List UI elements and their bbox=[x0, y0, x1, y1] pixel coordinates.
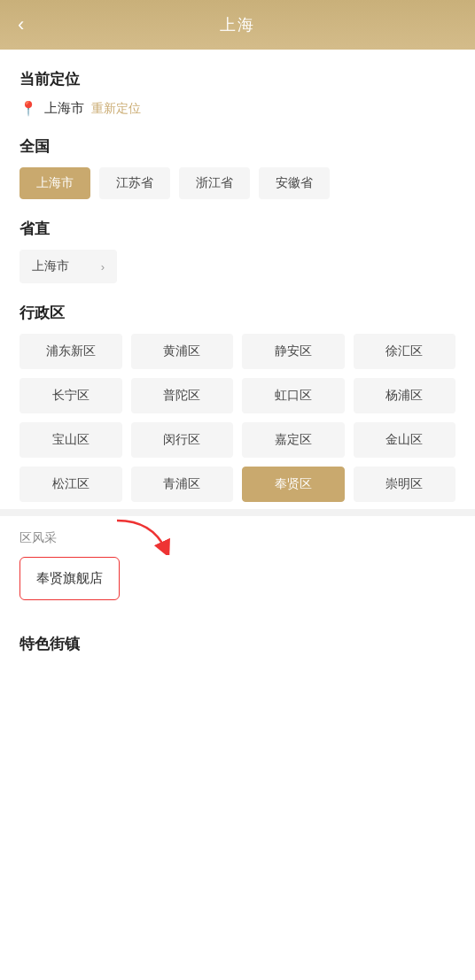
special-street-title: 特色街镇 bbox=[19, 634, 456, 654]
district-putuo[interactable]: 普陀区 bbox=[131, 378, 234, 413]
area-style-label: 区风采 bbox=[19, 530, 456, 546]
district-title: 行政区 bbox=[19, 303, 456, 323]
district-pudong[interactable]: 浦东新区 bbox=[19, 334, 122, 369]
district-minhang[interactable]: 闵行区 bbox=[131, 422, 234, 458]
district-changning[interactable]: 长宁区 bbox=[19, 378, 122, 413]
flagship-store-label: 奉贤旗舰店 bbox=[36, 570, 103, 585]
flagship-wrapper: 奉贤旗舰店 bbox=[19, 557, 120, 600]
chevron-right-icon: › bbox=[101, 260, 105, 274]
national-tag-jiangsu[interactable]: 江苏省 bbox=[99, 167, 170, 199]
district-yangpu[interactable]: 杨浦区 bbox=[354, 378, 456, 413]
location-city: 上海市 bbox=[44, 100, 84, 117]
national-tag-shanghai[interactable]: 上海市 bbox=[19, 167, 90, 199]
district-chongming[interactable]: 崇明区 bbox=[354, 467, 456, 502]
district-fengxian[interactable]: 奉贤区 bbox=[242, 467, 345, 502]
province-direct-label: 上海市 bbox=[32, 259, 69, 274]
district-xuhui[interactable]: 徐汇区 bbox=[354, 334, 456, 369]
district-jinshan[interactable]: 金山区 bbox=[354, 422, 456, 458]
location-row: 📍 上海市 重新定位 bbox=[19, 100, 456, 117]
current-location-title: 当前定位 bbox=[19, 69, 456, 89]
district-hongkou[interactable]: 虹口区 bbox=[242, 378, 345, 413]
area-style-section: 区风采 奉贤旗舰店 bbox=[0, 509, 475, 600]
header-title: 上海 bbox=[220, 14, 255, 35]
header: ‹ 上海 bbox=[0, 0, 475, 50]
district-jingan[interactable]: 静安区 bbox=[242, 334, 345, 369]
province-direct-item[interactable]: 上海市 › bbox=[19, 250, 117, 283]
location-icon: 📍 bbox=[19, 100, 37, 117]
district-qingpu[interactable]: 青浦区 bbox=[131, 467, 234, 502]
relocate-button[interactable]: 重新定位 bbox=[91, 101, 141, 117]
national-title: 全国 bbox=[19, 136, 456, 157]
flagship-store-card[interactable]: 奉贤旗舰店 bbox=[19, 557, 120, 600]
national-tag-anhui[interactable]: 安徽省 bbox=[259, 167, 330, 199]
national-tag-zhejiang[interactable]: 浙江省 bbox=[179, 167, 250, 199]
national-tags: 上海市 江苏省 浙江省 安徽省 bbox=[19, 167, 456, 199]
red-arrow-icon bbox=[108, 516, 179, 555]
district-grid: 浦东新区 黄浦区 静安区 徐汇区 长宁区 普陀区 虹口区 杨浦区 宝山区 闵行区… bbox=[19, 334, 456, 502]
district-baoshan[interactable]: 宝山区 bbox=[19, 422, 122, 458]
main-content: 当前定位 📍 上海市 重新定位 全国 上海市 江苏省 浙江省 安徽省 省直 上海… bbox=[0, 69, 475, 502]
back-button[interactable]: ‹ bbox=[18, 13, 24, 36]
district-jiading[interactable]: 嘉定区 bbox=[242, 422, 345, 458]
province-direct-title: 省直 bbox=[19, 219, 456, 239]
special-street-section: 特色街镇 bbox=[0, 600, 475, 654]
district-huangpu[interactable]: 黄浦区 bbox=[131, 334, 234, 369]
district-songjiang[interactable]: 松江区 bbox=[19, 467, 122, 502]
